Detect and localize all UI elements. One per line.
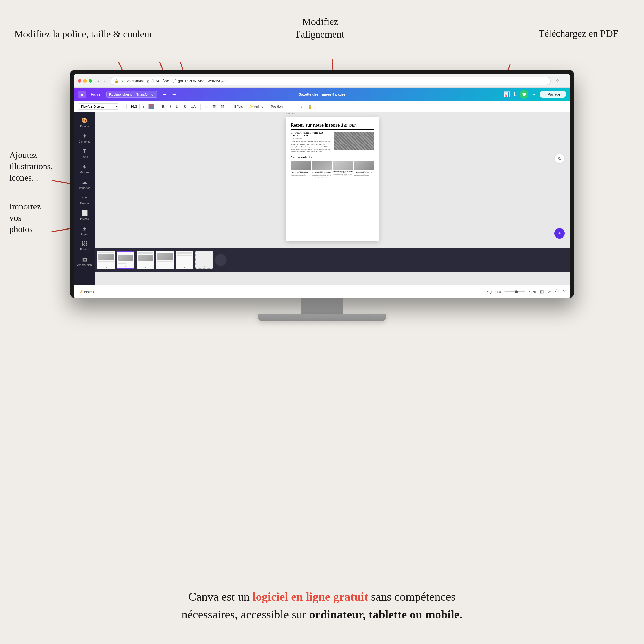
settings-icon[interactable]: ⋮	[562, 78, 566, 84]
newspaper-col-right	[334, 132, 374, 153]
moment-text-4: Lorem ipsum is simply dummy text of the …	[354, 173, 374, 176]
thumb-number-3: 3	[145, 266, 146, 268]
close-dot[interactable]	[78, 79, 81, 83]
canva-toolbar: ☰ Fichier Redimensionner · Transformer ↩…	[74, 88, 570, 101]
align-justify-button[interactable]: ☷	[219, 104, 226, 109]
thumbnail-6[interactable]: 6	[195, 251, 213, 269]
browser-nav-btns: ‹ ›	[97, 78, 106, 84]
sidebar-item-label: Marque	[80, 171, 89, 174]
color-swatch[interactable]	[148, 104, 154, 109]
separator-2	[200, 104, 201, 110]
sidebar-item-text[interactable]: T Texte	[74, 146, 95, 161]
canva-menu-button[interactable]: ☰	[78, 91, 86, 98]
thumbnail-2[interactable]: 2	[117, 251, 134, 269]
canva-right-actions: 📊 ⬇ NP + ↑ Partager	[504, 90, 566, 99]
zoom-track[interactable]	[504, 291, 525, 292]
browser-addressbar[interactable]: 🔒 canva.com/design/DAF_fW59Q/gg8F1SzDVtA…	[111, 77, 551, 85]
moment-text-1: Lorem ipsum is simply dummy text of the …	[291, 173, 311, 176]
redo-button[interactable]: ↪	[172, 91, 176, 97]
minimize-dot[interactable]	[83, 79, 87, 83]
animate-button[interactable]: ✨ Animer	[247, 104, 267, 109]
sidebar-item-elements[interactable]: ✦ Éléments	[74, 130, 95, 146]
sidebar-item-projects[interactable]: ⬜ Projets	[74, 207, 95, 223]
annotation-font-label: Modifiez la police, taille & couleur	[14, 28, 152, 40]
share-label: Partager	[548, 92, 562, 96]
sidebar-item-draw[interactable]: ✏ Dessin	[74, 192, 95, 207]
back-button[interactable]: ‹	[97, 78, 101, 84]
thumbnail-5[interactable]: 5	[176, 251, 193, 269]
file-button[interactable]: Fichier	[89, 91, 104, 97]
share-button[interactable]: ↑ Partager	[540, 91, 566, 98]
italic-button[interactable]: I	[168, 104, 172, 109]
maximize-dot[interactable]	[89, 79, 92, 83]
thumbnail-4[interactable]: 4	[156, 251, 174, 269]
size-increase-button[interactable]: +	[141, 104, 146, 109]
sidebar-item-import[interactable]: ☁ Importer	[74, 176, 95, 192]
zoom-control[interactable]	[504, 291, 525, 292]
thumb-photo	[157, 253, 173, 260]
zoom-thumb[interactable]	[515, 290, 518, 293]
thumb-line	[118, 262, 133, 262]
plus-float-button[interactable]: +	[554, 228, 565, 239]
lock-button[interactable]: 🔒	[306, 104, 314, 109]
position-button[interactable]: Position	[269, 104, 285, 109]
resize-button[interactable]: Redimensionner · Transformer	[106, 91, 157, 98]
moment-photo-1	[291, 161, 311, 170]
undo-button[interactable]: ↩	[163, 91, 167, 97]
monitor: ‹ › 🔒 canva.com/design/DAF_fW59Q/gg8F1Sz…	[70, 70, 574, 321]
sidebar-item-design[interactable]: 🎨 Design	[74, 115, 95, 130]
fullscreen-icon[interactable]: ⤢	[547, 289, 551, 295]
bold-button[interactable]: B	[160, 104, 166, 109]
elements-icon: ✦	[82, 133, 87, 139]
forward-button[interactable]: ›	[102, 78, 106, 84]
size-input[interactable]	[128, 104, 140, 109]
align-left-button[interactable]: ≡	[204, 104, 209, 109]
sidebar-item-bg[interactable]: ▦ Arrière-plan	[74, 253, 95, 269]
crop-button[interactable]: ⊞	[291, 104, 297, 109]
size-control: − +	[121, 104, 146, 109]
add-collaborator-button[interactable]: +	[531, 91, 537, 97]
refresh-button[interactable]: ↻	[554, 154, 565, 164]
bottom-bar-right: Page 2 / 6 59 % ⊞ ⤢ ⏱ ?	[486, 289, 566, 295]
analytics-icon[interactable]: 📊	[504, 91, 510, 97]
newspaper-date: Le 31 Août 2021	[291, 138, 331, 140]
user-avatar: NP	[520, 90, 528, 99]
underline-button[interactable]: U	[174, 104, 180, 109]
canvas-area: PAGE 2 Retour sur notre histoire d'amour…	[95, 112, 570, 285]
newspaper-body: Lorem Ipsum is simply dummy text of the …	[291, 141, 331, 153]
sidebar-item-label: Photos	[80, 248, 89, 251]
sidebar-item-apps[interactable]: ⊞ Applis	[74, 223, 95, 238]
notes-button[interactable]: 📝 Notes	[78, 290, 94, 294]
highlight-text: logiciel en ligne gratuit	[252, 590, 368, 603]
sparkle-icon: ✨	[249, 105, 253, 108]
thumbnail-1[interactable]: 1	[97, 251, 115, 269]
sidebar-item-brand[interactable]: ◈ Marque	[74, 161, 95, 176]
effects-button[interactable]: Effets	[232, 104, 245, 109]
case-button[interactable]: aA	[190, 104, 197, 109]
bottom-description: Canva est un logiciel en ligne gratuit s…	[0, 588, 644, 623]
thumb-line	[157, 261, 173, 262]
grid-view-icon[interactable]: ⊞	[540, 289, 544, 295]
sidebar-item-photos[interactable]: 🖼 Photos	[74, 238, 95, 253]
thumbnail-3[interactable]: 3	[137, 251, 154, 269]
align-center-button[interactable]: ☰	[211, 104, 217, 109]
spacing-button[interactable]: ↕	[299, 104, 304, 109]
add-page-button[interactable]: +	[215, 254, 227, 266]
font-select[interactable]: Playfair Display	[78, 103, 119, 110]
sidebar-item-label: Applis	[81, 233, 88, 236]
lock-icon: 🔒	[114, 79, 119, 83]
page-label: PAGE 2	[286, 112, 295, 115]
format-toolbar: Playfair Display − + B I U S aA ≡ ☰ ☷	[74, 101, 570, 112]
draw-icon: ✏	[82, 194, 87, 201]
thumb-line	[138, 252, 153, 253]
help-icon[interactable]: ?	[563, 289, 566, 294]
bookmark-icon[interactable]: ☆	[555, 78, 560, 84]
size-decrease-button[interactable]: −	[121, 104, 127, 109]
canvas-page[interactable]: PAGE 2 Retour sur notre histoire d'amour…	[286, 117, 379, 241]
timer-icon[interactable]: ⏱	[555, 289, 560, 294]
bottom-line-2: nécessaires, accessible sur ordinateur, …	[182, 608, 463, 621]
zoom-level: 59 %	[529, 290, 536, 294]
thumb-number-5: 5	[184, 266, 185, 268]
download-icon[interactable]: ⬇	[513, 91, 517, 97]
strikethrough-button[interactable]: S	[182, 104, 188, 109]
